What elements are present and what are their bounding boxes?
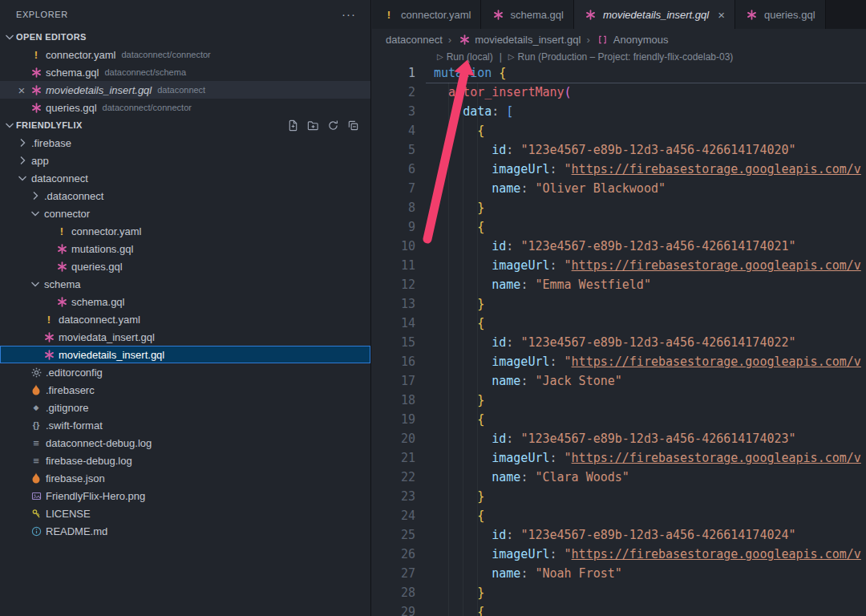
tree-folder-dataconnect[interactable]: dataconnect bbox=[0, 169, 370, 187]
open-editor-schema-gql[interactable]: schema.gqldataconnect/schema bbox=[0, 63, 370, 81]
tree-file-gitignore[interactable]: ◆.gitignore bbox=[0, 399, 370, 416]
code-line[interactable]: 14 { bbox=[372, 314, 866, 333]
code-editor[interactable]: 1mutation {2 actor_insertMany(3 data: [4… bbox=[372, 63, 866, 616]
tab-schema-gql[interactable]: schema.gql bbox=[481, 0, 573, 29]
tree-file-editorconfig[interactable]: .editorconfig bbox=[0, 363, 370, 381]
tree-file-firebaserc[interactable]: .firebaserc bbox=[0, 381, 370, 399]
tree-folder-connector[interactable]: connector bbox=[0, 205, 370, 222]
line-number: 28 bbox=[372, 583, 415, 602]
line-number: 6 bbox=[372, 160, 415, 179]
code-line[interactable]: 6 imageUrl: "https://firebasestorage.goo… bbox=[372, 160, 866, 179]
code-line[interactable]: 8 } bbox=[372, 198, 866, 217]
code-line[interactable]: 22 name: "Clara Woods" bbox=[372, 468, 866, 487]
warning-icon: ! bbox=[42, 314, 56, 325]
tree-file-license[interactable]: LICENSE bbox=[0, 505, 370, 522]
code-line[interactable]: 26 imageUrl: "https://firebasestorage.go… bbox=[372, 545, 866, 564]
code-text: name: "Jack Stone" bbox=[415, 371, 622, 391]
tree-file-moviedetails-insert-gql[interactable]: moviedetails_insert.gql bbox=[0, 346, 370, 363]
open-editor-queries-gql[interactable]: queries.gqldataconnect/connector bbox=[0, 99, 370, 116]
line-number: 20 bbox=[372, 429, 415, 448]
collapse-all-icon[interactable] bbox=[346, 119, 359, 132]
tree-file-moviedata-insert-gql[interactable]: moviedata_insert.gql bbox=[0, 328, 370, 346]
tree-folder-dataconnect[interactable]: .dataconnect bbox=[0, 187, 370, 205]
line-number: 17 bbox=[372, 371, 415, 391]
breadcrumb-label: dataconnect bbox=[386, 34, 443, 46]
code-line[interactable]: 24 { bbox=[372, 506, 866, 525]
breadcrumb-item-dataconnect[interactable]: dataconnect bbox=[386, 34, 443, 46]
code-line[interactable]: 11 imageUrl: "https://firebasestorage.go… bbox=[372, 256, 866, 275]
tab-moviedetails-insert-gql[interactable]: moviedetails_insert.gql× bbox=[574, 0, 735, 29]
code-line[interactable]: 4 { bbox=[372, 121, 866, 140]
graphql-icon bbox=[457, 34, 471, 45]
breadcrumb-item-anonymous[interactable]: Anonymous bbox=[596, 34, 669, 46]
close-icon[interactable]: × bbox=[718, 9, 725, 21]
tree-file-firebase-json[interactable]: firebase.json bbox=[0, 469, 370, 487]
new-file-icon[interactable] bbox=[286, 119, 299, 132]
graphql-icon bbox=[42, 332, 56, 342]
open-editor-moviedetails-insert-gql[interactable]: ×moviedetails_insert.gqldataconnect bbox=[0, 81, 370, 99]
code-text: id: "123e4567-e89b-12d3-a456-42661417402… bbox=[415, 525, 796, 545]
breadcrumb-item-moviedetails-insert-gql[interactable]: moviedetails_insert.gql bbox=[457, 34, 581, 46]
code-line[interactable]: 21 imageUrl: "https://firebasestorage.go… bbox=[372, 448, 866, 468]
line-number: 18 bbox=[372, 391, 415, 410]
codelens: ▷ Run (local) | ▷ Run (Production – Proj… bbox=[372, 50, 866, 63]
code-line[interactable]: 9 { bbox=[372, 217, 866, 237]
code-line[interactable]: 19 { bbox=[372, 410, 866, 429]
tab-queries-gql[interactable]: queries.gql bbox=[735, 0, 826, 29]
code-line[interactable]: 15 id: "123e4567-e89b-12d3-a456-42661417… bbox=[372, 333, 866, 352]
code-text: { bbox=[415, 314, 484, 333]
close-icon[interactable]: × bbox=[14, 84, 29, 96]
code-lines: 1mutation {2 actor_insertMany(3 data: [4… bbox=[372, 63, 866, 616]
folder-label: app bbox=[31, 155, 49, 167]
code-line[interactable]: 25 id: "123e4567-e89b-12d3-a456-42661417… bbox=[372, 525, 866, 545]
code-line[interactable]: 27 name: "Noah Frost" bbox=[372, 564, 866, 583]
run-production-link[interactable]: ▷ Run (Production – Project: friendly-fl… bbox=[508, 51, 734, 63]
code-line[interactable]: 1mutation { bbox=[372, 63, 866, 83]
code-line[interactable]: 12 name: "Emma Westfield" bbox=[372, 275, 866, 294]
tree-folder-schema[interactable]: schema bbox=[0, 275, 370, 293]
file-label: .gitignore bbox=[46, 402, 88, 414]
code-line[interactable]: 13 } bbox=[372, 294, 866, 314]
graphql-icon bbox=[29, 85, 43, 95]
tree-file-swift-format[interactable]: {}.swift-format bbox=[0, 416, 370, 434]
code-line[interactable]: 10 id: "123e4567-e89b-12d3-a456-42661417… bbox=[372, 237, 866, 256]
tree-folder-firebase[interactable]: .firebase bbox=[0, 134, 370, 152]
code-line[interactable]: 20 id: "123e4567-e89b-12d3-a456-42661417… bbox=[372, 429, 866, 448]
tab-connector-yaml[interactable]: !connector.yaml bbox=[372, 0, 481, 29]
new-folder-icon[interactable] bbox=[306, 119, 319, 132]
breadcrumb-label: moviedetails_insert.gql bbox=[475, 34, 581, 46]
tree-file-friendlyflix-hero-png[interactable]: FriendlyFlix-Hero.png bbox=[0, 487, 370, 505]
tree-file-schema-gql[interactable]: schema.gql bbox=[0, 293, 370, 310]
file-label: connector.yaml bbox=[71, 225, 141, 237]
refresh-icon[interactable] bbox=[326, 119, 339, 132]
tree-file-connector-yaml[interactable]: !connector.yaml bbox=[0, 222, 370, 240]
code-line[interactable]: 23 } bbox=[372, 487, 866, 506]
code-line[interactable]: 2 actor_insertMany( bbox=[372, 83, 866, 102]
more-actions-icon[interactable]: ··· bbox=[342, 7, 356, 21]
code-line[interactable]: 5 id: "123e4567-e89b-12d3-a456-426614174… bbox=[372, 140, 866, 160]
code-line[interactable]: 16 imageUrl: "https://firebasestorage.go… bbox=[372, 352, 866, 371]
code-text: imageUrl: "https://firebasestorage.googl… bbox=[415, 545, 861, 564]
tree-file-dataconnect-yaml[interactable]: !dataconnect.yaml bbox=[0, 310, 370, 328]
code-line[interactable]: 17 name: "Jack Stone" bbox=[372, 371, 866, 391]
tree-file-firebase-debug-log[interactable]: ≡firebase-debug.log bbox=[0, 452, 370, 469]
tree-file-readme-md[interactable]: README.md bbox=[0, 522, 370, 540]
open-editor-connector-yaml[interactable]: !connector.yamldataconnect/connector bbox=[0, 46, 370, 63]
code-line[interactable]: 18 } bbox=[372, 391, 866, 410]
open-editors-header[interactable]: OPEN EDITORS bbox=[0, 28, 370, 46]
file-label: dataconnect.yaml bbox=[59, 314, 140, 326]
line-number: 23 bbox=[372, 487, 415, 506]
code-line[interactable]: 3 data: [ bbox=[372, 102, 866, 121]
code-line[interactable]: 7 name: "Oliver Blackwood" bbox=[372, 179, 866, 198]
tree-file-mutations-gql[interactable]: mutations.gql bbox=[0, 240, 370, 257]
code-line[interactable]: 29 { bbox=[372, 602, 866, 616]
file-tree: .firebaseappdataconnect.dataconnectconne… bbox=[0, 134, 370, 540]
chevron-down-icon bbox=[16, 172, 29, 184]
tree-file-dataconnect-debug-log[interactable]: ≡dataconnect-debug.log bbox=[0, 434, 370, 452]
code-line[interactable]: 28 } bbox=[372, 583, 866, 602]
project-section-header[interactable]: FRIENDLYFLIX bbox=[0, 116, 370, 134]
code-text: imageUrl: "https://firebasestorage.googl… bbox=[415, 160, 861, 179]
tree-file-queries-gql[interactable]: queries.gql bbox=[0, 257, 370, 275]
run-local-link[interactable]: ▷ Run (local) bbox=[437, 51, 493, 63]
tree-folder-app[interactable]: app bbox=[0, 152, 370, 169]
